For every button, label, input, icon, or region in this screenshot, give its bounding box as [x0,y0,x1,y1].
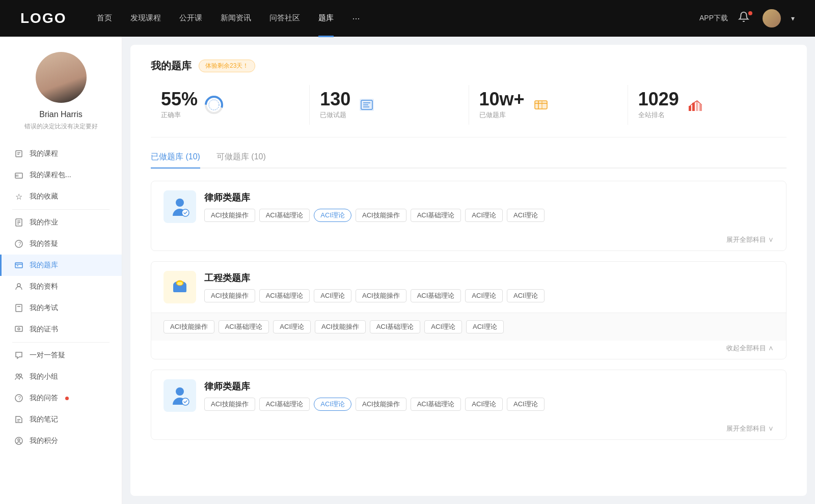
svg-point-20 [16,374,19,377]
sidebar-item-course[interactable]: 我的课程 [0,143,122,164]
tag[interactable]: ACI技能操作 [204,398,255,411]
sidebar-label: 我的问答 [30,394,58,403]
sidebar-item-points[interactable]: 我的积分 [0,430,122,452]
tag[interactable]: ACI基础理论 [411,209,461,222]
nav-news[interactable]: 新闻资讯 [221,13,251,24]
tag[interactable]: ACI基础理论 [259,209,310,222]
svg-rect-36 [535,101,547,109]
sidebar-item-notes[interactable]: 我的笔记 [0,409,122,430]
sidebar-item-1on1[interactable]: 一对一答疑 [0,345,122,366]
nav-qa[interactable]: 问答社区 [269,13,300,24]
sidebar-item-group[interactable]: 我的小组 [0,366,122,387]
tag[interactable]: ACI理论 [465,289,503,302]
rank-icon [685,95,705,115]
svg-point-27 [18,439,20,441]
tag[interactable]: ACI理论 [424,320,462,333]
stats-row: 55% 正确率 130 已做试题 [151,85,786,137]
sidebar-label: 我的课程 [30,149,58,158]
sidebar-avatar [36,52,87,103]
tag[interactable]: ACI技能操作 [164,320,214,333]
bank-tags: ACI技能操作 ACI基础理论 ACI理论 ACI技能操作 ACI基础理论 AC… [204,209,774,222]
notes-icon [14,415,23,424]
svg-rect-48 [173,285,186,292]
sidebar-label: 我的证书 [30,325,58,334]
tag[interactable]: ACI基础理论 [411,398,461,411]
points-icon [14,436,23,445]
sidebar-label: 我的资料 [30,282,58,291]
homework-icon [14,218,23,227]
bank-icon [14,261,23,270]
sidebar-item-myqa[interactable]: ? 我的问答 [0,387,122,409]
tab-available[interactable]: 可做题库 (10) [216,152,266,167]
sidebar-item-profile[interactable]: 我的资料 [0,276,122,297]
tag-highlighted[interactable]: ACI理论 [314,398,351,411]
tag[interactable]: ACI理论 [465,209,503,222]
bank-title-lawyer-2: 律师类题库 [204,380,774,393]
user-avatar[interactable] [763,9,781,27]
tab-done[interactable]: 已做题库 (10) [151,152,200,167]
nav-home[interactable]: 首页 [97,13,112,24]
collapse-btn-engineer[interactable]: 收起全部科目 ∧ [151,341,786,359]
sidebar-item-package[interactable]: 我的课程包... [0,164,122,186]
tag[interactable]: ACI技能操作 [356,398,406,411]
tag[interactable]: ACI基础理论 [219,320,269,333]
profile-icon [14,282,23,291]
tag-highlighted[interactable]: ACI理论 [314,209,351,222]
tag[interactable]: ACI技能操作 [204,289,255,302]
tag[interactable]: ACI理论 [466,320,504,333]
expand-btn-1[interactable]: 展开全部科目 ∨ [151,232,786,250]
nav-exam[interactable]: 题库 [318,13,334,24]
nav-more[interactable]: ··· [352,13,360,24]
tag[interactable]: ACI技能操作 [315,320,366,333]
tag[interactable]: ACI技能操作 [356,289,406,302]
qa-icon: ? [14,239,23,248]
tag[interactable]: ACI理论 [507,289,545,302]
avatar-dropdown-icon[interactable]: ▾ [791,14,795,22]
sidebar-label: 我的答疑 [30,239,58,248]
tag[interactable]: ACI技能操作 [356,209,406,222]
bank-tags: ACI技能操作 ACI基础理论 ACI理论 ACI技能操作 ACI基础理论 AC… [204,289,774,302]
stat-label-rank: 全站排名 [638,110,679,120]
tag[interactable]: ACI理论 [465,398,503,411]
app-download-btn[interactable]: APP下载 [699,14,728,23]
page-header: 我的题库 体验剩余23天！ [151,59,786,73]
sidebar-item-cert[interactable]: 我的证书 [0,319,122,340]
sidebar-item-exam[interactable]: 我的考试 [0,297,122,319]
stat-done: 130 已做试题 [310,85,469,125]
bank-card-engineer: 工程类题库 ACI技能操作 ACI基础理论 ACI理论 ACI技能操作 ACI基… [151,261,786,359]
stat-value-rank: 1029 [638,90,679,108]
sidebar-item-collect[interactable]: ☆ 我的收藏 [0,186,122,207]
tabs-row: 已做题库 (10) 可做题库 (10) [151,152,786,169]
bank-card-header: 律师类题库 ACI技能操作 ACI基础理论 ACI理论 ACI技能操作 ACI基… [151,181,786,232]
stat-value-accuracy: 55% [161,90,198,108]
stat-banks: 10w+ 已做题库 [469,85,628,125]
tag[interactable]: ACI基础理论 [259,398,310,411]
tag[interactable]: ACI基础理论 [370,320,421,333]
sidebar-item-qa[interactable]: ? 我的答疑 [0,233,122,255]
tag[interactable]: ACI理论 [507,209,545,222]
expand-btn-2[interactable]: 展开全部科目 ∨ [151,421,786,439]
tag[interactable]: ACI基础理论 [411,289,461,302]
sidebar-item-bank[interactable]: 我的题库 [0,255,122,276]
nav-discover[interactable]: 发现课程 [130,13,161,24]
tag[interactable]: ACI理论 [507,398,545,411]
notification-bell[interactable] [738,11,752,25]
bank-card-header: 律师类题库 ACI技能操作 ACI基础理论 ACI理论 ACI技能操作 ACI基… [151,370,786,421]
svg-point-45 [176,199,184,207]
svg-rect-12 [15,263,22,268]
bank-card-lawyer-1: 律师类题库 ACI技能操作 ACI基础理论 ACI理论 ACI技能操作 ACI基… [151,181,786,251]
tag[interactable]: ACI理论 [314,289,351,302]
cert-icon [14,325,23,334]
tag[interactable]: ACI基础理论 [259,289,310,302]
sidebar-item-homework[interactable]: 我的作业 [0,212,122,233]
nav-links: 首页 发现课程 公开课 新闻资讯 问答社区 题库 ··· [97,13,699,24]
bank-card-header: 工程类题库 ACI技能操作 ACI基础理论 ACI理论 ACI技能操作 ACI基… [151,262,786,313]
stat-label-done: 已做试题 [320,110,350,120]
nav-open[interactable]: 公开课 [179,13,202,24]
svg-text:?: ? [18,241,21,247]
main-content: 我的题库 体验剩余23天！ 55% 正确率 [130,45,807,496]
tag[interactable]: ACI理论 [273,320,311,333]
svg-rect-0 [16,151,22,157]
tag[interactable]: ACI技能操作 [204,209,255,222]
stat-label-banks: 已做题库 [479,110,525,120]
